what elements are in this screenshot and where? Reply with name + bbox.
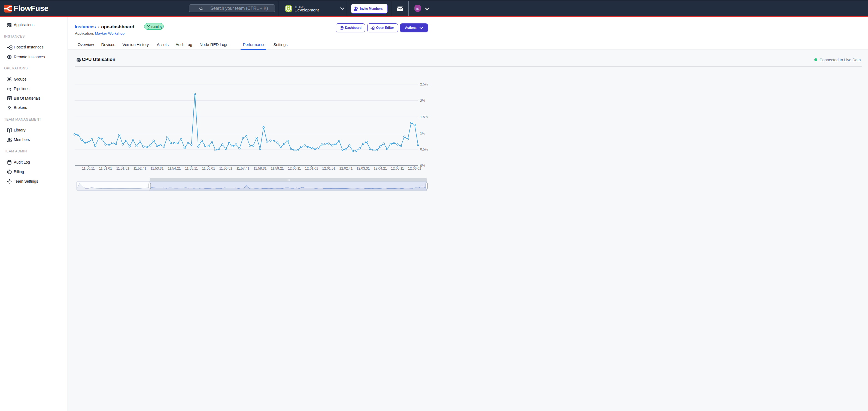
svg-text:12:05:11: 12:05:11: [391, 167, 404, 170]
svg-text:2%: 2%: [420, 99, 425, 103]
svg-text:11:56:51: 11:56:51: [219, 167, 232, 170]
svg-text:12:00:11: 12:00:11: [288, 167, 301, 170]
svg-text:11:52:41: 11:52:41: [133, 167, 147, 170]
svg-text:2.5%: 2.5%: [420, 83, 428, 87]
svg-text:11:53:31: 11:53:31: [151, 167, 164, 170]
svg-text:12:03:31: 12:03:31: [356, 167, 370, 170]
svg-text:11:57:41: 11:57:41: [237, 167, 250, 170]
svg-text:1.5%: 1.5%: [420, 115, 428, 119]
svg-text:11:56:01: 11:56:01: [202, 167, 215, 170]
svg-text:11:59:21: 11:59:21: [271, 167, 284, 170]
svg-text:11:58:31: 11:58:31: [254, 167, 267, 170]
svg-text:12:02:41: 12:02:41: [339, 167, 352, 170]
svg-text:12:04:21: 12:04:21: [374, 167, 387, 170]
svg-text:0.5%: 0.5%: [420, 148, 428, 151]
svg-text:11:54:21: 11:54:21: [168, 167, 181, 170]
svg-text:11:51:51: 11:51:51: [116, 167, 129, 170]
svg-text:11:55:11: 11:55:11: [185, 167, 198, 170]
svg-text:1%: 1%: [420, 132, 425, 135]
svg-text:12:06:01: 12:06:01: [408, 167, 422, 170]
svg-text:11:50:11: 11:50:11: [82, 167, 95, 170]
svg-text:12:01:01: 12:01:01: [305, 167, 318, 170]
svg-text:12:01:51: 12:01:51: [322, 167, 335, 170]
svg-text:11:51:01: 11:51:01: [99, 167, 112, 170]
